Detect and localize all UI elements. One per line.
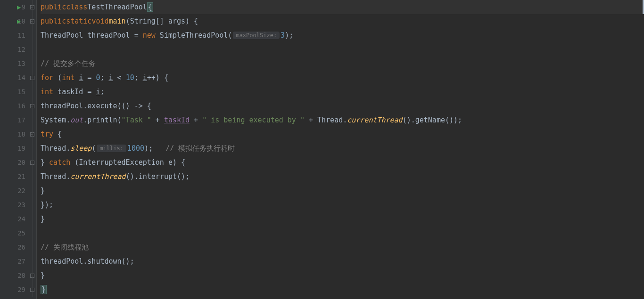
code-line[interactable]: Thread.currentThread().interrupt(); [41, 170, 644, 184]
code-line[interactable]: // 提交多个任务 [41, 57, 644, 71]
code-line[interactable] [41, 226, 644, 240]
fold-gutter: − − − − − ⌟ ⌟ ⌟ [28, 0, 37, 299]
line-number: 13 [17, 60, 25, 67]
code-line[interactable]: } catch (InterruptedException e) { [41, 155, 644, 170]
code-line[interactable]: Thread.sleep( millis: 1000); // 模拟任务执行耗时 [41, 141, 644, 155]
line-number: 15 [17, 88, 25, 96]
run-icon[interactable]: ▶ [17, 17, 21, 25]
code-line[interactable]: threadPool.shutdown(); [41, 254, 644, 268]
code-line[interactable]: for (int i = 0; i < 10; i++) { [41, 71, 644, 85]
line-number: 18 [17, 130, 25, 138]
code-line[interactable]: public static void main(String[] args) { [41, 14, 644, 28]
line-number: 27 [17, 258, 25, 265]
code-line[interactable]: } [41, 212, 644, 226]
line-number: 11 [17, 32, 25, 39]
line-number: 19 [17, 145, 25, 152]
code-editor: 9▶ 10▶ 11 12 13 14 15 16 17 18 19 20 21 … [0, 0, 644, 299]
line-number: 20 [17, 159, 25, 166]
code-line[interactable]: // 关闭线程池 [41, 240, 644, 254]
code-line[interactable]: public class TestThreadPool { [41, 0, 644, 14]
parameter-hint: millis: [97, 145, 126, 152]
line-number: 17 [17, 116, 25, 124]
line-number: 16 [17, 102, 25, 110]
code-line[interactable]: }); [41, 198, 644, 212]
code-line[interactable]: } [41, 184, 644, 198]
line-number-gutter: 9▶ 10▶ 11 12 13 14 15 16 17 18 19 20 21 … [0, 0, 28, 299]
line-number: 21 [17, 173, 25, 180]
line-number: 14 [17, 74, 25, 81]
code-content[interactable]: public class TestThreadPool { public sta… [37, 0, 644, 299]
code-line[interactable]: System.out.println("Task " + taskId + " … [41, 113, 644, 127]
line-number: 24 [17, 215, 25, 223]
run-icon[interactable]: ▶ [17, 3, 21, 11]
code-line[interactable] [41, 42, 644, 57]
code-line[interactable]: try { [41, 127, 644, 141]
line-number: 25 [17, 229, 25, 237]
line-number: 22 [17, 187, 25, 194]
line-number: 9 [22, 3, 25, 11]
code-line[interactable]: int taskId = i; [41, 85, 644, 99]
parameter-hint: maxPoolSize: [233, 32, 280, 39]
code-line[interactable]: } [41, 268, 644, 283]
line-number: 12 [17, 46, 25, 53]
line-number: 29 [17, 286, 25, 293]
code-line[interactable]: threadPool.execute(() -> { [41, 99, 644, 113]
code-line[interactable]: } [41, 283, 644, 297]
line-number: 23 [17, 201, 25, 209]
code-line[interactable]: ThreadPool threadPool = new SimpleThread… [41, 28, 644, 42]
line-number: 26 [17, 243, 25, 251]
line-number: 28 [17, 272, 25, 279]
